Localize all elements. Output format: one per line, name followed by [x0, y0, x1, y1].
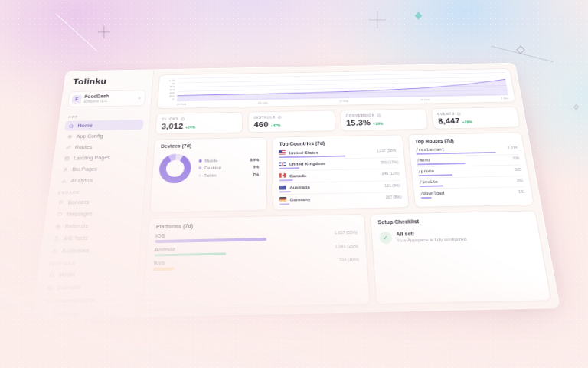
users-icon: [51, 248, 58, 255]
australia-flag-icon: [279, 185, 286, 189]
checklist-text: All set! Your Appspace is fully configur…: [396, 230, 468, 242]
stat-label: CLICKS: [162, 117, 178, 121]
route-bar: [421, 196, 432, 198]
routes-title: Top Routes (7d): [415, 137, 517, 144]
sidebar-item-landing-pages[interactable]: Landing Pages: [60, 152, 141, 164]
info-icon[interactable]: [278, 115, 282, 118]
route-path: /download: [420, 189, 516, 196]
sidebar-item-domains[interactable]: Domains: [42, 280, 131, 294]
sidebar-item-routes[interactable]: Routes: [61, 141, 142, 153]
legend-dot: [198, 166, 201, 169]
checklist-title: Setup Checklist: [377, 216, 529, 225]
platform-value: 1,041 (35%): [335, 243, 358, 248]
legend-dot: [198, 174, 201, 177]
sidebar-item-label: Audiences: [61, 247, 90, 255]
sidebar-item-documentation[interactable]: Documentation: [41, 293, 130, 307]
plus-decoration: [369, 12, 386, 28]
route-path: /restaurant: [416, 146, 505, 152]
x-tick: 1 Mar: [501, 97, 509, 100]
layout-icon: [64, 156, 70, 161]
canada-flag-icon: [279, 173, 286, 178]
route-path: /promo: [418, 167, 512, 173]
chevron-up-down-icon: [136, 96, 142, 100]
middle-row: Devices (7d) Mobile 84% Desktop: [149, 132, 534, 212]
sidebar-item-ab-tests[interactable]: A/B Tests: [49, 232, 135, 245]
gift-icon: [55, 224, 62, 230]
legend-value: 8%: [253, 165, 260, 169]
x-tick: 28 Feb: [420, 98, 430, 101]
info-icon[interactable]: [181, 117, 185, 120]
platform-row: Android1,041 (35%): [154, 242, 358, 256]
image-icon: [48, 271, 55, 278]
sidebar-item-app-config[interactable]: App Config: [63, 130, 143, 142]
link-icon: [65, 145, 71, 150]
sidebar-item-audiences[interactable]: Audiences: [47, 244, 134, 258]
info-icon[interactable]: [457, 112, 461, 115]
stats-row: CLICKS 3,012+24% INSTALLS 460+47% CONVER…: [155, 107, 520, 134]
x-tick: 27 Feb: [339, 100, 348, 103]
sidebar-item-media[interactable]: Media: [44, 267, 132, 281]
country-name: Germany: [289, 195, 382, 202]
sidebar-item-label: Referrals: [64, 222, 88, 230]
route-value: 1,215: [508, 146, 518, 150]
legend-item: Tablet 7%: [198, 172, 260, 177]
stat-card-events: EVENTS 8,447+29%: [431, 107, 521, 129]
sidebar-item-label: Routes: [74, 144, 92, 150]
country-bar: [279, 179, 292, 181]
chart-y-axis: 1.2K 1K 800 600 400 200 0: [164, 78, 175, 102]
setup-checklist-card: Setup Checklist ✓ All set! Your Appspace…: [370, 210, 552, 304]
sidebar-item-bio-pages[interactable]: Bio Pages: [58, 163, 140, 175]
sidebar-item-get-help[interactable]: Get Help: [38, 307, 129, 320]
platform-bar: [153, 267, 174, 270]
germany-flag-icon: [279, 197, 286, 202]
sidebar-item-label: Bio Pages: [72, 166, 98, 172]
sidebar-item-label: Domains: [57, 284, 81, 291]
sidebar-item-label: App Config: [76, 133, 103, 140]
stat-delta: +24%: [185, 125, 195, 129]
info-icon[interactable]: [377, 113, 381, 117]
book-icon: [45, 297, 52, 304]
country-name: United Kingdom: [289, 159, 378, 166]
country-bar: [280, 203, 290, 205]
stat-value: 8,447: [438, 117, 461, 125]
help-circle-icon: [43, 311, 50, 317]
country-value: 360 (17%): [381, 159, 399, 164]
route-value: 362: [516, 178, 524, 182]
devices-title: Devices (7d): [161, 142, 261, 149]
platform-name: Web: [154, 260, 165, 266]
devices-legend: Mobile 84% Desktop 8% Tablet 7%: [198, 157, 261, 177]
workspace-selector[interactable]: F FoodDash Emporio LLC: [67, 90, 146, 107]
bar-chart-icon: [61, 178, 67, 183]
sidebar-item-home[interactable]: Home: [64, 120, 144, 131]
sidebar-item-label: Home: [77, 123, 93, 129]
flask-icon: [53, 235, 60, 242]
stat-card-clicks: CLICKS 3,012+24%: [155, 112, 243, 135]
traffic-chart-card: 1.2K 1K 800 600 400 200 0 25 Feb 26: [157, 68, 516, 109]
top-routes-card: Top Routes (7d) /restaurant1,215 /menu72…: [407, 132, 534, 207]
app-logo: Tolinku: [70, 76, 148, 87]
country-value: 167 (8%): [385, 195, 402, 199]
devices-card: Devices (7d) Mobile 84% Desktop: [149, 137, 267, 213]
globe-icon: [47, 284, 54, 291]
sidebar-item-referrals[interactable]: Referrals: [51, 219, 136, 232]
country-value: 246 (11%): [381, 171, 400, 176]
country-name: Canada: [289, 171, 379, 178]
workspace-meta: FoodDash Emporio LLC: [83, 94, 134, 104]
route-value: 505: [514, 167, 521, 172]
sidebar-item-banners[interactable]: Banners: [54, 196, 137, 208]
platform-row: Web314 (10%): [153, 256, 359, 271]
checklist-item: ✓ All set! Your Appspace is fully config…: [379, 228, 534, 244]
dashboard-mockup: Tolinku F FoodDash Emporio LLC APP Home …: [31, 63, 560, 320]
sidebar-item-messages[interactable]: Messages: [52, 207, 136, 220]
sidebar-item-label: Analytics: [70, 177, 93, 184]
stat-label: CONVERSION: [345, 113, 375, 118]
home-icon: [68, 123, 74, 129]
uk-flag-icon: [279, 162, 286, 166]
workspace-company: Emporio LLC: [83, 99, 134, 104]
section-label-settings: SETTINGS: [48, 260, 130, 266]
country-bar: [279, 155, 346, 157]
legend-value: 84%: [250, 157, 260, 162]
sidebar-item-analytics[interactable]: Analytics: [57, 174, 139, 186]
country-row: Germany167 (8%): [279, 192, 402, 206]
workspace-avatar: F: [71, 95, 82, 104]
